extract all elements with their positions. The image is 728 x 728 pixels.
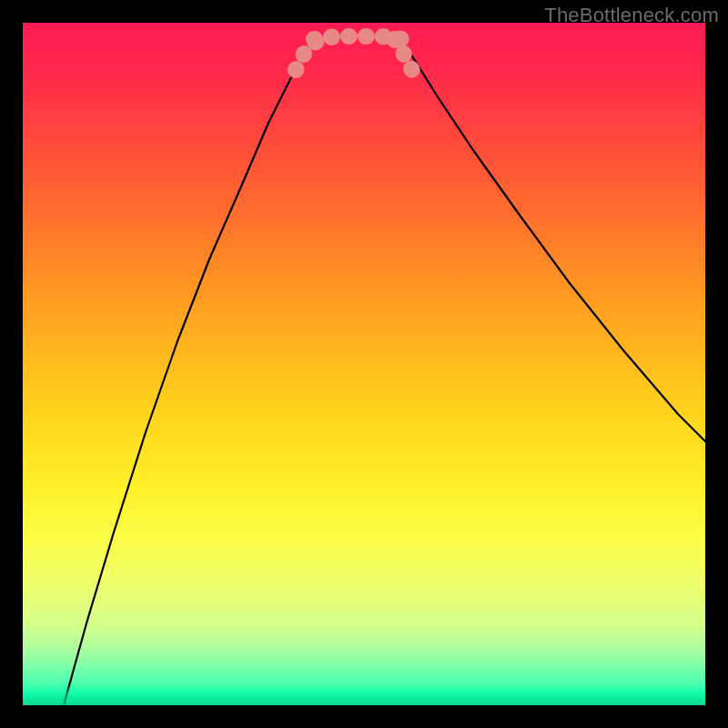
chart-svg bbox=[23, 23, 705, 705]
chart-frame: TheBottleneck.com bbox=[0, 0, 728, 728]
chart-plot-area bbox=[23, 23, 705, 705]
right-curve bbox=[400, 41, 705, 441]
left-curve bbox=[64, 41, 318, 705]
